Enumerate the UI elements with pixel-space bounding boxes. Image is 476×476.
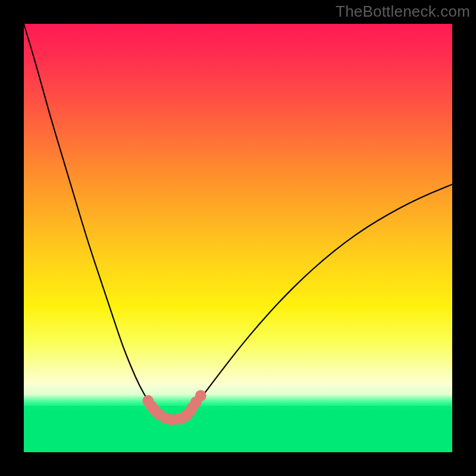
curve-layer — [24, 24, 452, 452]
highlight-dots — [142, 390, 206, 425]
chart-frame: TheBottleneck.com — [0, 0, 476, 476]
bottleneck-curve — [24, 24, 452, 420]
plot-area — [24, 24, 452, 452]
highlight-dot — [195, 390, 206, 401]
watermark-text: TheBottleneck.com — [336, 2, 470, 21]
